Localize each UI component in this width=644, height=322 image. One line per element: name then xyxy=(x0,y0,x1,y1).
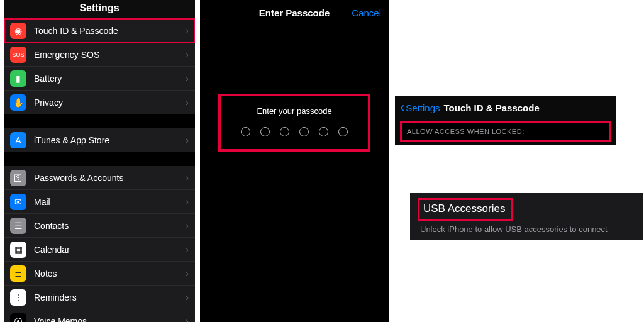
row-label: Touch ID & Passcode xyxy=(34,26,186,36)
row-label: Emergency SOS xyxy=(34,50,186,60)
battery-icon: ▮ xyxy=(10,70,26,87)
row-label: Calendar xyxy=(34,245,186,255)
settings-row-privacy[interactable]: ✋Privacy› xyxy=(4,91,195,114)
settings-panel: Settings ◉Touch ID & Passcode›SOSEmergen… xyxy=(4,0,195,322)
touchid-header-panel: ‹ Settings Touch ID & Passcode ALLOW ACC… xyxy=(395,96,616,145)
chevron-right-icon: › xyxy=(186,292,189,303)
chevron-right-icon: › xyxy=(186,220,189,231)
chevron-right-icon: › xyxy=(186,244,189,255)
passcode-title: Enter Passcode xyxy=(259,8,330,18)
settings-row-passwords[interactable]: ⚿Passwords & Accounts› xyxy=(4,166,195,190)
chevron-right-icon: › xyxy=(186,172,189,184)
passcode-header: Enter Passcode Cancel xyxy=(200,0,389,25)
mail-icon: ✉ xyxy=(10,194,26,210)
row-label: Mail xyxy=(34,197,186,207)
page-title: Settings xyxy=(4,0,195,19)
settings-row-battery[interactable]: ▮Battery› xyxy=(4,67,195,91)
chevron-left-icon: ‹ xyxy=(400,101,404,114)
passcode-dots[interactable] xyxy=(227,127,362,136)
chevron-right-icon: › xyxy=(186,196,189,208)
back-label: Settings xyxy=(406,103,440,113)
notes-icon: ≣ xyxy=(10,265,26,282)
settings-row-sos[interactable]: SOSEmergency SOS› xyxy=(4,43,195,67)
passcode-dot xyxy=(260,127,270,136)
contacts-icon: ☰ xyxy=(10,218,26,234)
row-label: Battery xyxy=(34,74,186,84)
chevron-right-icon: › xyxy=(186,97,189,108)
passcode-dot xyxy=(319,127,328,136)
reminders-icon: ⋮ xyxy=(10,289,26,306)
settings-row-voicememos[interactable]: ⦿Voice Memos› xyxy=(4,309,195,322)
usb-accessories-note: Unlock iPhone to allow USB accessories t… xyxy=(418,225,643,234)
fingerprint-icon: ◉ xyxy=(10,23,26,39)
hand-icon: ✋ xyxy=(10,94,26,111)
row-label: Contacts xyxy=(34,221,186,231)
row-label: Passwords & Accounts xyxy=(34,173,186,183)
sos-icon: SOS xyxy=(10,47,26,63)
calendar-icon: ▦ xyxy=(10,242,26,258)
usb-accessories-row[interactable]: USB Accessories xyxy=(418,198,513,221)
cancel-button[interactable]: Cancel xyxy=(352,8,381,18)
chevron-right-icon: › xyxy=(186,73,189,84)
chevron-right-icon: › xyxy=(186,25,189,36)
passcode-panel: Enter Passcode Cancel Enter your passcod… xyxy=(200,0,389,322)
settings-row-notes[interactable]: ≣Notes› xyxy=(4,262,195,286)
back-button[interactable]: ‹ Settings xyxy=(400,101,440,114)
nav-bar: ‹ Settings Touch ID & Passcode xyxy=(395,96,616,119)
passcode-entry-box: Enter your passcode xyxy=(219,94,370,151)
chevron-right-icon: › xyxy=(186,49,189,60)
chevron-right-icon: › xyxy=(186,316,189,322)
page-title: Touch ID & Passcode xyxy=(444,103,540,113)
chevron-right-icon: › xyxy=(186,268,189,279)
chevron-right-icon: › xyxy=(186,135,189,146)
row-label: Notes xyxy=(34,269,186,279)
section-header-allow-access: ALLOW ACCESS WHEN LOCKED: xyxy=(400,121,611,142)
settings-row-itunes[interactable]: AiTunes & App Store› xyxy=(4,128,195,152)
appstore-icon: A xyxy=(10,132,26,148)
settings-row-calendar[interactable]: ▦Calendar› xyxy=(4,238,195,262)
row-label: iTunes & App Store xyxy=(34,135,186,145)
row-label: Voice Memos xyxy=(34,316,186,322)
passcode-dot xyxy=(241,127,250,136)
settings-row-touchid[interactable]: ◉Touch ID & Passcode› xyxy=(4,19,195,43)
settings-row-reminders[interactable]: ⋮Reminders› xyxy=(4,286,195,309)
row-label: Reminders xyxy=(34,292,186,303)
key-icon: ⚿ xyxy=(10,170,26,186)
passcode-dot xyxy=(299,127,309,136)
row-label: Privacy xyxy=(34,97,186,108)
settings-row-contacts[interactable]: ☰Contacts› xyxy=(4,214,195,238)
passcode-prompt: Enter your passcode xyxy=(227,106,362,116)
passcode-dot xyxy=(338,127,348,136)
voicememos-icon: ⦿ xyxy=(10,313,26,322)
passcode-dot xyxy=(280,127,289,136)
settings-row-mail[interactable]: ✉Mail› xyxy=(4,190,195,214)
usb-accessories-panel: USB Accessories Unlock iPhone to allow U… xyxy=(410,193,643,240)
